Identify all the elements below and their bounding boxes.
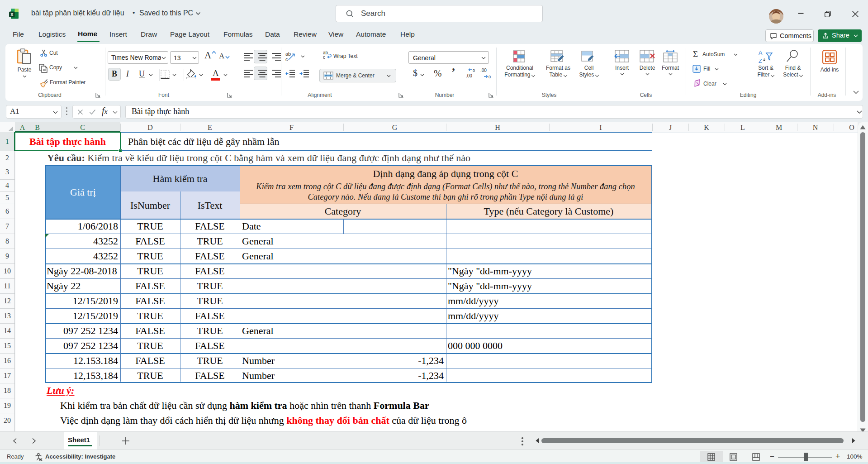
svg-text:Z: Z bbox=[759, 58, 762, 64]
svg-text:0: 0 bbox=[473, 68, 475, 73]
svg-text:.00: .00 bbox=[466, 73, 472, 78]
svg-text:ab: ab bbox=[285, 51, 291, 57]
svg-text:0: 0 bbox=[489, 75, 491, 79]
svg-text:c: c bbox=[285, 57, 288, 62]
svg-text:.00: .00 bbox=[480, 68, 487, 73]
svg-text:x: x bbox=[10, 11, 13, 17]
svg-text:c: c bbox=[323, 55, 325, 59]
svg-text:A: A bbox=[759, 50, 763, 56]
